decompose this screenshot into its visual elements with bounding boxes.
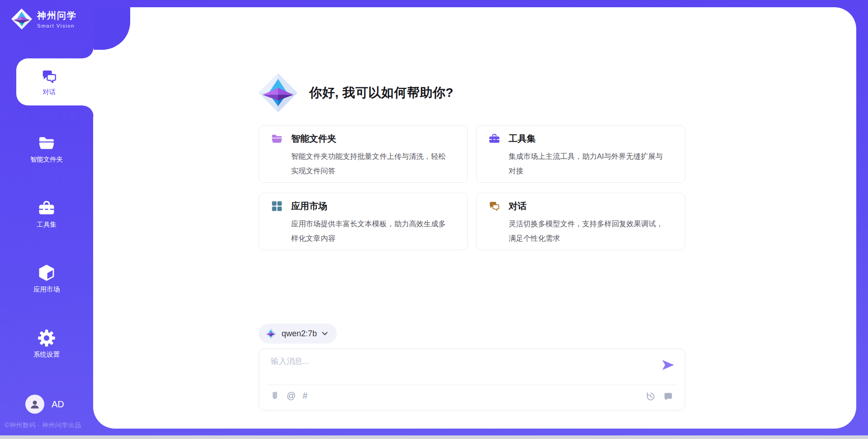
sidebar-item-smart-folders[interactable]: 智能文件夹 bbox=[0, 134, 93, 164]
user-icon bbox=[29, 398, 41, 410]
send-icon bbox=[661, 359, 675, 371]
card-description: 集成市场上主流工具，助力AI与外界无缝扩展与对接 bbox=[509, 149, 668, 178]
feature-card-app-market[interactable]: 应用市场 应用市场提供丰富长文本模板，助力高效生成多样化文章内容 bbox=[259, 193, 468, 250]
toolbox-icon bbox=[38, 199, 56, 217]
model-logo-icon bbox=[265, 328, 277, 339]
composer-divider bbox=[267, 385, 677, 385]
toolbox-icon bbox=[488, 133, 500, 145]
send-button[interactable] bbox=[660, 359, 676, 372]
grid-icon bbox=[271, 200, 283, 212]
brand: 神州问学 Smart Vision bbox=[11, 8, 77, 30]
brand-subtitle: Smart Vision bbox=[37, 23, 77, 29]
sidebar-item-label: 智能文件夹 bbox=[30, 155, 63, 164]
composer: @ # bbox=[259, 348, 685, 410]
chat-bubbles-icon bbox=[488, 200, 500, 212]
sidebar-item-chat[interactable]: 对话 bbox=[16, 58, 94, 105]
sidebar-item-label: 工具集 bbox=[37, 220, 57, 229]
model-name: qwen2:7b bbox=[282, 329, 317, 339]
chat-mode-button[interactable] bbox=[663, 391, 673, 402]
sidebar: 神州问学 Smart Vision 对话 智能文件夹 工具集 应用市场 系统设置 bbox=[0, 0, 93, 439]
model-selector[interactable]: qwen2:7b bbox=[259, 324, 337, 344]
feature-cards: 智能文件夹 智能文件夹功能支持批量文件上传与清洗，轻松实现文件问答 工具集 集成… bbox=[259, 125, 685, 250]
gear-icon bbox=[38, 329, 56, 347]
sidebar-item-label: 应用市场 bbox=[33, 285, 60, 294]
hero: 你好, 我可以如何帮助你? bbox=[258, 72, 453, 113]
card-title: 应用市场 bbox=[291, 200, 327, 212]
hero-logo-icon bbox=[258, 72, 298, 113]
card-description: 智能文件夹功能支持批量文件上传与清洗，轻松实现文件问答 bbox=[291, 149, 450, 178]
sidebar-item-label: 对话 bbox=[42, 88, 56, 96]
greeting-title: 你好, 我可以如何帮助你? bbox=[309, 84, 453, 101]
history-icon bbox=[646, 391, 656, 401]
paperclip-icon bbox=[270, 390, 280, 401]
folder-icon bbox=[271, 133, 283, 145]
message-input[interactable] bbox=[271, 356, 660, 382]
folder-icon bbox=[38, 134, 56, 152]
feature-card-chat[interactable]: 对话 灵活切换多模型文件，支持多样回复效果调试，满足个性化需求 bbox=[476, 193, 685, 250]
sidebar-item-app-market[interactable]: 应用市场 bbox=[0, 264, 93, 294]
hash-icon: # bbox=[302, 390, 307, 401]
feature-card-toolset[interactable]: 工具集 集成市场上主流工具，助力AI与外界无缝扩展与对接 bbox=[476, 125, 685, 183]
tab-top-fillet bbox=[83, 48, 94, 58]
chevron-down-icon bbox=[322, 332, 328, 336]
chat-bubbles-icon bbox=[41, 68, 58, 85]
avatar bbox=[25, 395, 44, 414]
chat-bubble-icon bbox=[663, 391, 673, 401]
feature-card-smart-folders[interactable]: 智能文件夹 智能文件夹功能支持批量文件上传与清洗，轻松实现文件问答 bbox=[259, 125, 468, 183]
mention-button[interactable]: @ bbox=[287, 390, 296, 401]
brand-logo-icon bbox=[11, 8, 33, 30]
card-description: 灵活切换多模型文件，支持多样回复效果调试，满足个性化需求 bbox=[509, 217, 668, 246]
app-frame: 神州问学 Smart Vision 对话 智能文件夹 工具集 应用市场 系统设置 bbox=[0, 0, 868, 439]
brand-name: 神州问学 bbox=[37, 10, 77, 22]
topic-button[interactable]: # bbox=[302, 390, 307, 401]
card-description: 应用市场提供丰富长文本模板，助力高效生成多样化文章内容 bbox=[291, 217, 450, 246]
user-profile[interactable]: AD bbox=[25, 395, 64, 414]
card-title: 智能文件夹 bbox=[291, 133, 336, 145]
card-title: 对话 bbox=[509, 200, 527, 212]
bottom-strip bbox=[0, 435, 868, 439]
user-name: AD bbox=[52, 399, 64, 410]
sidebar-item-toolset[interactable]: 工具集 bbox=[0, 199, 93, 229]
card-title: 工具集 bbox=[509, 133, 536, 145]
sidebar-item-system-settings[interactable]: 系统设置 bbox=[0, 329, 93, 359]
attach-button[interactable] bbox=[270, 390, 280, 401]
at-icon: @ bbox=[287, 390, 296, 401]
sidebar-item-label: 系统设置 bbox=[33, 350, 60, 359]
history-button[interactable] bbox=[646, 391, 656, 402]
tab-bottom-fillet bbox=[83, 105, 94, 116]
copyright-text: ©神州数码 · 神州问学出品 bbox=[5, 421, 81, 429]
cube-icon bbox=[38, 264, 56, 282]
